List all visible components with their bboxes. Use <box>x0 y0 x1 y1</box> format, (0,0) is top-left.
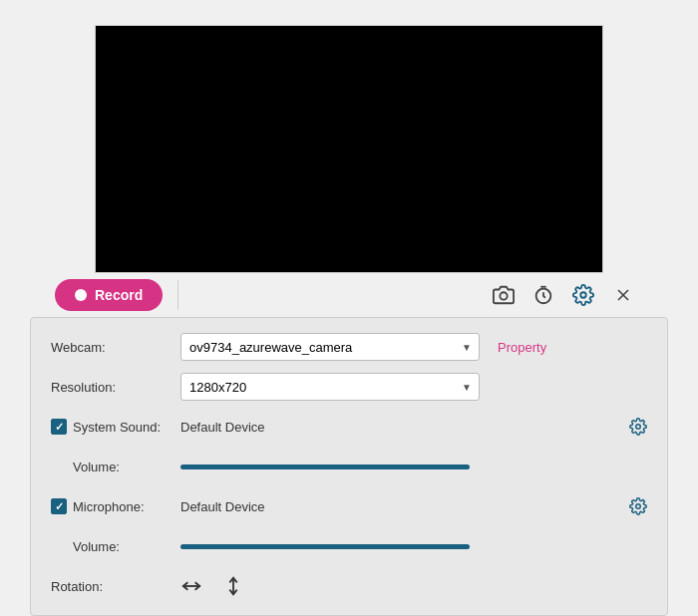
system-sound-checkbox[interactable] <box>51 419 67 435</box>
webcam-row: Webcam: ov9734_azurewave_camera ▼ Proper… <box>51 333 647 361</box>
svg-point-0 <box>500 292 507 299</box>
rotation-row: Rotation: <box>51 572 647 600</box>
microphone-volume-control <box>180 544 647 549</box>
microphone-volume-label: Volume: <box>51 539 180 554</box>
system-sound-device: Default Device <box>180 420 621 435</box>
microphone-label-container: Microphone: <box>51 498 180 514</box>
timer-button[interactable] <box>525 277 561 313</box>
camera-button[interactable] <box>486 277 522 313</box>
system-volume-control <box>180 464 647 469</box>
svg-point-3 <box>580 292 586 298</box>
microphone-row: Microphone: Default Device <box>51 492 647 520</box>
resolution-label: Resolution: <box>51 380 180 395</box>
timer-icon <box>532 284 554 306</box>
svg-point-6 <box>636 425 641 430</box>
record-label: Record <box>95 287 143 303</box>
resolution-control: 1280x720 1920x1080 640x480 ▼ <box>180 373 647 401</box>
svg-point-7 <box>636 504 641 509</box>
record-dot-icon <box>75 289 87 301</box>
microphone-control: Default Device <box>180 497 647 515</box>
microphone-volume-slider[interactable] <box>180 544 470 549</box>
microphone-volume-row: Volume: <box>51 532 647 560</box>
webcam-label: Webcam: <box>51 340 180 355</box>
toolbar: Record <box>45 273 653 318</box>
microphone-label: Microphone: <box>73 499 145 514</box>
rotation-label: Rotation: <box>51 579 180 594</box>
settings-panel: Webcam: ov9734_azurewave_camera ▼ Proper… <box>30 317 668 616</box>
system-sound-row: System Sound: Default Device <box>51 413 647 441</box>
resolution-row: Resolution: 1280x720 1920x1080 640x480 ▼ <box>51 373 647 401</box>
resolution-dropdown-wrapper: 1280x720 1920x1080 640x480 ▼ <box>180 373 480 401</box>
flip-horizontal-icon[interactable] <box>180 575 202 597</box>
system-sound-gear-icon[interactable] <box>629 418 647 436</box>
resolution-select[interactable]: 1280x720 1920x1080 640x480 <box>180 373 480 401</box>
close-icon <box>613 285 633 305</box>
app-container: Record <box>0 0 698 616</box>
microphone-checkbox[interactable] <box>51 498 67 514</box>
system-volume-slider[interactable] <box>180 464 470 469</box>
system-volume-row: Volume: <box>51 453 647 480</box>
property-link[interactable]: Property <box>498 340 546 355</box>
microphone-device-row: Default Device <box>180 497 647 515</box>
system-sound-label-container: System Sound: <box>51 419 180 435</box>
rotation-control <box>180 575 647 597</box>
record-button[interactable]: Record <box>55 279 163 311</box>
webcam-control: ov9734_azurewave_camera ▼ Property <box>180 333 647 361</box>
video-preview <box>95 25 603 273</box>
webcam-select[interactable]: ov9734_azurewave_camera <box>180 333 480 361</box>
system-sound-label: System Sound: <box>73 420 161 435</box>
microphone-gear-icon[interactable] <box>629 497 647 515</box>
system-volume-label: Volume: <box>51 460 180 474</box>
flip-vertical-icon[interactable] <box>222 575 244 597</box>
microphone-device: Default Device <box>180 499 621 514</box>
close-button[interactable] <box>605 277 641 313</box>
gear-icon <box>572 284 594 306</box>
webcam-dropdown-wrapper: ov9734_azurewave_camera ▼ <box>180 333 480 361</box>
settings-button[interactable] <box>565 277 601 313</box>
system-sound-control: Default Device <box>180 418 647 436</box>
system-sound-device-row: Default Device <box>180 418 647 436</box>
rotation-icons <box>180 575 244 597</box>
camera-icon <box>493 284 515 306</box>
toolbar-divider <box>177 280 178 310</box>
